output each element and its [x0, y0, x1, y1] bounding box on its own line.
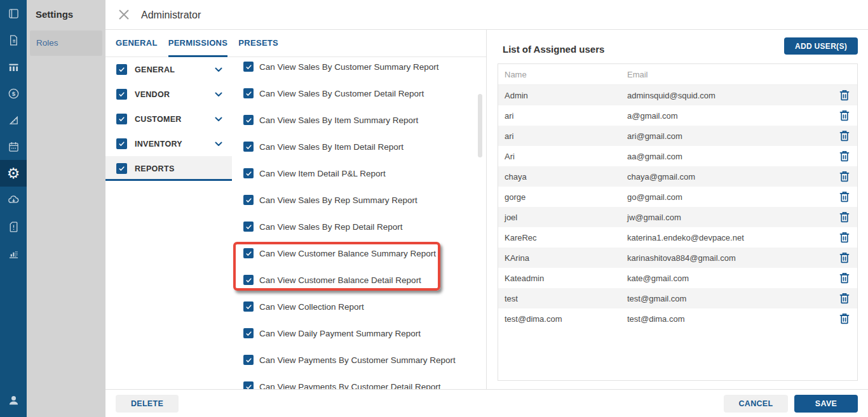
chevron-down-icon[interactable]	[215, 92, 222, 97]
delete-user-icon[interactable]	[839, 191, 850, 202]
save-button[interactable]: SAVE	[794, 395, 858, 413]
chevron-down-icon[interactable]	[215, 67, 222, 72]
permission-checkbox[interactable]	[243, 328, 254, 338]
user-name-cell: KArina	[498, 253, 627, 263]
dialog-header: Administrator	[105, 0, 868, 30]
delete-user-icon[interactable]	[839, 272, 850, 284]
user-email-cell: kate@gmail.com	[627, 274, 832, 283]
permission-checkbox[interactable]	[243, 248, 254, 258]
table-row: Ari aa@gmail.com	[498, 146, 857, 166]
user-email-cell: karinashitova884@gmail.com	[627, 253, 832, 263]
add-users-button[interactable]: ADD USER(S)	[784, 37, 858, 55]
table-body: Admin adminsquid@squid.com	[498, 85, 857, 329]
chevron-down-icon[interactable]	[215, 142, 222, 147]
gear-icon[interactable]: ⚙	[0, 160, 27, 187]
category-row[interactable]: REPORTS	[105, 156, 232, 181]
permissions-pane: GENERAL PERMISSIONS PRESETS	[105, 30, 486, 389]
person-icon[interactable]	[0, 387, 27, 413]
category-label: GENERAL	[135, 65, 175, 74]
permission-row: Can View Daily Payment Summary Report	[232, 320, 478, 347]
card-alert-icon[interactable]	[0, 213, 27, 240]
delete-user-icon[interactable]	[839, 89, 850, 101]
user-email-cell: chaya@gmail.com	[627, 172, 832, 182]
delete-user-icon[interactable]	[839, 171, 850, 182]
table-row: Kateadmin kate@gmail.com	[498, 268, 857, 288]
cancel-button[interactable]: CANCEL	[724, 395, 788, 413]
icon-rail: $ ⚙	[0, 0, 27, 417]
sidebar-item-roles[interactable]: Roles	[30, 30, 102, 56]
table-row: ari ari@gmail.com	[498, 126, 857, 146]
permission-checkbox[interactable]	[243, 222, 254, 232]
close-icon[interactable]	[118, 9, 130, 20]
calendar-icon[interactable]	[0, 133, 27, 160]
category-row[interactable]: INVENTORY	[105, 131, 232, 156]
user-name-cell: gorge	[498, 192, 627, 202]
permission-label: Can View Collection Report	[259, 302, 364, 312]
permission-row: Can View Customer Balance Detail Report	[232, 267, 478, 293]
scrollbar-thumb[interactable]	[478, 94, 482, 157]
permission-checkbox[interactable]	[243, 195, 254, 205]
user-name-cell: joel	[498, 213, 627, 222]
category-checkbox[interactable]	[116, 114, 127, 124]
permission-checkbox[interactable]	[243, 62, 254, 72]
category-row[interactable]: CUSTOMER	[105, 107, 232, 131]
permission-label: Can View Sales By Item Summary Report	[259, 116, 418, 125]
dialog-footer: DELETE CANCEL SAVE	[105, 389, 868, 417]
table-row: KareRec katerina1.endeko@devpace.net	[498, 227, 857, 248]
permission-label: Can View Sales By Customer Detail Report	[259, 89, 424, 98]
permission-checkbox[interactable]	[243, 381, 254, 389]
role-dialog: Administrator GENERAL PERMISSIONS PRESET…	[105, 0, 868, 417]
delete-button[interactable]: DELETE	[116, 395, 179, 413]
permission-checkbox[interactable]	[243, 88, 254, 98]
document-icon[interactable]	[0, 27, 27, 53]
category-checkbox[interactable]	[116, 163, 127, 174]
building-icon[interactable]	[0, 53, 27, 80]
tab[interactable]: GENERAL	[116, 30, 158, 57]
category-row[interactable]: VENDOR	[105, 82, 232, 107]
user-email-cell: a@gmail.com	[627, 111, 832, 121]
delete-user-icon[interactable]	[839, 211, 850, 223]
permission-label: Can View Sales By Rep Detail Report	[259, 222, 403, 232]
permission-label: Can View Sales By Rep Summary Report	[259, 195, 417, 205]
category-label: CUSTOMER	[135, 115, 182, 124]
category-checkbox[interactable]	[116, 89, 127, 100]
delete-user-icon[interactable]	[839, 150, 850, 162]
permission-label: Can View Sales By Customer Summary Repor…	[259, 62, 439, 72]
ruler-icon[interactable]	[0, 107, 27, 133]
delete-user-icon[interactable]	[839, 110, 850, 121]
category-checkbox[interactable]	[116, 138, 127, 149]
permission-checkbox[interactable]	[243, 301, 254, 312]
cloud-download-icon[interactable]	[0, 187, 27, 213]
permission-row: Can View Sales By Item Detail Report	[232, 133, 478, 160]
column-header-email: Email	[627, 70, 832, 79]
tab[interactable]: PERMISSIONS	[168, 30, 228, 57]
category-checkbox[interactable]	[116, 64, 127, 75]
user-email-cell: test@gmail.com	[627, 294, 832, 303]
category-tree: GENERAL VENDOR	[105, 57, 232, 181]
bar-chart-icon[interactable]	[0, 240, 27, 267]
delete-user-icon[interactable]	[839, 130, 850, 142]
delete-user-icon[interactable]	[839, 293, 850, 304]
user-email-cell: ari@gmail.com	[627, 131, 832, 141]
window-icon[interactable]	[0, 0, 27, 27]
chevron-down-icon[interactable]	[215, 117, 222, 122]
permission-row: Can View Sales By Rep Detail Report	[232, 213, 478, 240]
permission-checkbox[interactable]	[243, 168, 254, 178]
permission-checkbox[interactable]	[243, 142, 254, 152]
permission-row: Can View Item Detail P&L Report	[232, 160, 478, 187]
permission-checkbox[interactable]	[243, 275, 254, 285]
category-label: VENDOR	[135, 90, 170, 99]
delete-user-icon[interactable]	[839, 232, 850, 243]
dollar-icon[interactable]: $	[0, 80, 27, 107]
category-label: INVENTORY	[135, 140, 182, 149]
delete-user-icon[interactable]	[839, 252, 850, 263]
table-row: gorge go@gmail.com	[498, 187, 857, 207]
category-row[interactable]: GENERAL	[105, 57, 232, 82]
user-name-cell: ari	[498, 131, 627, 141]
delete-user-icon[interactable]	[839, 313, 850, 324]
permission-checkbox[interactable]	[243, 355, 254, 365]
permission-label: Can View Daily Payment Summary Report	[259, 329, 421, 338]
permission-row: Can View Sales By Customer Summary Repor…	[232, 53, 478, 80]
table-header: Name Email	[498, 64, 857, 85]
permission-checkbox[interactable]	[243, 115, 254, 125]
